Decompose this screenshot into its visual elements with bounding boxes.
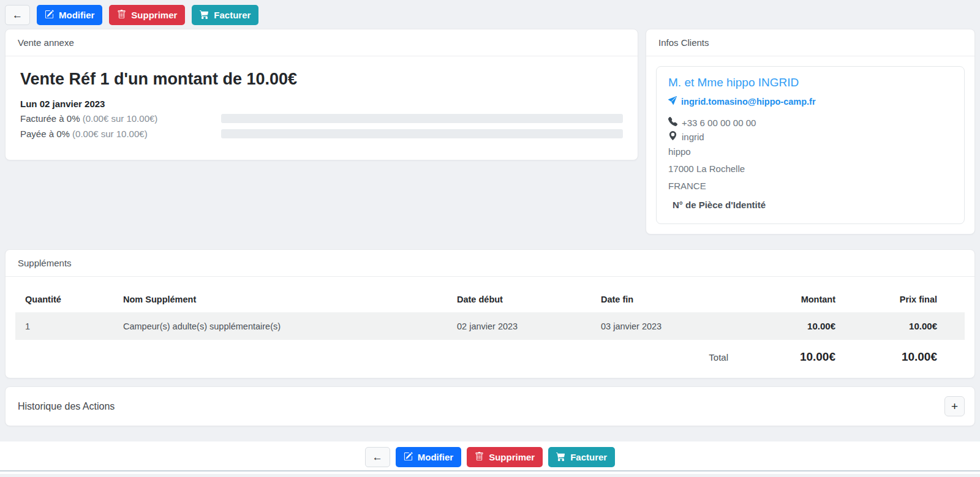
client-id-label: N° de Pièce d'Identité [668, 200, 952, 210]
footer-delete-button[interactable]: Supprimer [467, 447, 543, 467]
paid-label: Payée à 0% (0.00€ sur 10.00€) [20, 129, 221, 139]
phone-icon [668, 117, 677, 128]
invoiced-label: Facturée à 0% (0.00€ sur 10.00€) [20, 113, 221, 124]
supplement-start-date: 02 janvier 2023 [447, 312, 591, 340]
sale-title: Vente Réf 1 d'un montant de 10.00€ [20, 70, 623, 89]
client-phone-row: +33 6 00 00 00 00 [668, 117, 952, 128]
plus-icon: + [951, 400, 958, 412]
supplement-final-price: 10.00€ [845, 312, 965, 340]
pencil-square-icon [45, 10, 54, 20]
total-row: Total 10.00€ 10.00€ [15, 340, 965, 374]
total-label: Total [591, 340, 738, 374]
col-end-date: Date fin [591, 287, 738, 312]
footer-toolbar: ← Modifier Supprimer Facturer [0, 441, 980, 468]
col-supplement-name: Nom Supplément [113, 287, 447, 312]
footer-back-button[interactable]: ← [365, 447, 390, 467]
client-address-line3: 17000 La Rochelle [668, 162, 952, 176]
bottom-spacer [0, 471, 980, 474]
client-address-line1: ingrid [682, 132, 704, 142]
invoiced-detail: (0.00€ sur 10.00€) [83, 113, 158, 124]
client-address-row: ingrid [668, 131, 952, 142]
page: ← Modifier Supprimer Facturer Vente anne… [0, 0, 980, 426]
footer-delete-label: Supprimer [489, 453, 535, 462]
client-phone-text: +33 6 00 00 00 00 [682, 118, 756, 128]
sale-card: Vente annexe Vente Réf 1 d'un montant de… [5, 29, 638, 160]
paid-progress-row: Payée à 0% (0.00€ sur 10.00€) [20, 129, 623, 139]
back-button[interactable]: ← [5, 5, 30, 25]
sale-card-body: Vente Réf 1 d'un montant de 10.00€ Lun 0… [6, 56, 638, 160]
delete-button-label: Supprimer [131, 10, 177, 20]
footer: ← Modifier Supprimer Facturer [0, 441, 980, 474]
footer-modify-button[interactable]: Modifier [396, 447, 461, 467]
sale-card-header: Vente annexe [6, 29, 638, 56]
top-toolbar: ← Modifier Supprimer Facturer [5, 5, 975, 25]
history-card: Historique des Actions + [5, 386, 975, 426]
supplements-card: Suppléments Quantité Nom Supplément Date… [5, 249, 975, 378]
pencil-square-icon [404, 452, 413, 462]
modify-button-label: Modifier [59, 10, 94, 20]
supplements-card-header: Suppléments [6, 250, 974, 277]
col-quantity: Quantité [15, 287, 113, 312]
invoiced-progress-row: Facturée à 0% (0.00€ sur 10.00€) [20, 113, 623, 124]
back-arrow-icon: ← [372, 452, 383, 462]
footer-invoice-button[interactable]: Facturer [548, 447, 615, 467]
client-address-line4: FRANCE [668, 179, 952, 193]
cart-icon [556, 452, 565, 462]
col-final-price: Prix final [845, 287, 965, 312]
total-final-price: 10.00€ [845, 340, 965, 374]
supplements-header-row: Quantité Nom Supplément Date début Date … [15, 287, 965, 312]
delete-button[interactable]: Supprimer [109, 5, 185, 25]
invoice-button-label: Facturer [214, 10, 251, 20]
client-info-card: Infos Clients M. et Mme hippo INGRID ing… [646, 29, 975, 235]
client-details-panel: M. et Mme hippo INGRID ingrid.tomasino@h… [656, 66, 965, 224]
footer-invoice-label: Facturer [570, 453, 607, 462]
modify-button[interactable]: Modifier [37, 5, 102, 25]
paid-progress-bar [221, 129, 623, 138]
history-expand-button[interactable]: + [944, 396, 965, 416]
invoiced-progress-bar [221, 114, 623, 123]
supplement-amount: 10.00€ [738, 312, 845, 340]
client-card-header: Infos Clients [646, 29, 974, 56]
supplements-table-wrap: Quantité Nom Supplément Date début Date … [6, 277, 974, 378]
cart-icon [200, 10, 209, 20]
send-icon [668, 96, 677, 107]
supplement-name: Campeur(s) adulte(s) supplémentaire(s) [113, 312, 447, 340]
history-title: Historique des Actions [18, 401, 115, 412]
main-row: Vente annexe Vente Réf 1 d'un montant de… [5, 29, 975, 235]
back-arrow-icon: ← [12, 10, 23, 20]
trash-icon [117, 10, 126, 20]
sale-date: Lun 02 janvier 2023 [20, 99, 623, 109]
client-email-text: ingrid.tomasino@hippo-camp.fr [681, 97, 816, 107]
supplement-quantity: 1 [15, 312, 113, 340]
supplement-end-date: 03 janvier 2023 [591, 312, 738, 340]
client-name-link[interactable]: M. et Mme hippo INGRID [668, 76, 952, 89]
geo-pin-icon [668, 131, 677, 142]
col-amount: Montant [738, 287, 845, 312]
total-amount: 10.00€ [738, 340, 845, 374]
invoice-button[interactable]: Facturer [192, 5, 258, 25]
paid-detail: (0.00€ sur 10.00€) [72, 129, 148, 139]
col-start-date: Date début [447, 287, 591, 312]
footer-modify-label: Modifier [418, 453, 453, 462]
client-email-link[interactable]: ingrid.tomasino@hippo-camp.fr [668, 96, 952, 107]
supplement-row: 1 Campeur(s) adulte(s) supplémentaire(s)… [15, 312, 965, 340]
client-address-line2: hippo [668, 145, 952, 159]
trash-icon [475, 452, 484, 462]
supplements-table: Quantité Nom Supplément Date début Date … [15, 287, 965, 374]
